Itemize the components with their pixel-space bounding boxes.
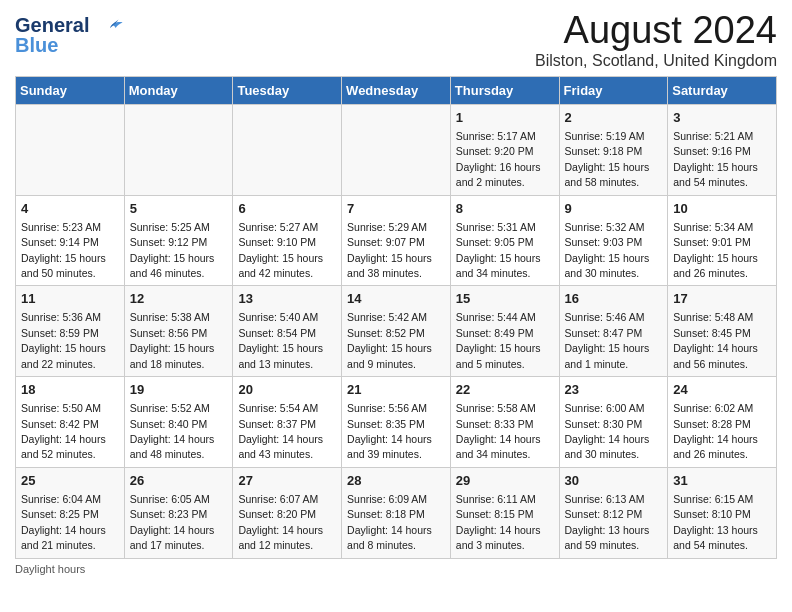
- calendar-cell: 11Sunrise: 5:36 AMSunset: 8:59 PMDayligh…: [16, 286, 125, 377]
- page-header: General Blue August 2024 Bilston, Scotla…: [15, 10, 777, 70]
- header-row: SundayMondayTuesdayWednesdayThursdayFrid…: [16, 76, 777, 104]
- calendar-cell: 20Sunrise: 5:54 AMSunset: 8:37 PMDayligh…: [233, 377, 342, 468]
- calendar-cell: [124, 104, 233, 195]
- calendar-cell: 10Sunrise: 5:34 AMSunset: 9:01 PMDayligh…: [668, 195, 777, 286]
- calendar-cell: 15Sunrise: 5:44 AMSunset: 8:49 PMDayligh…: [450, 286, 559, 377]
- calendar-cell: 16Sunrise: 5:46 AMSunset: 8:47 PMDayligh…: [559, 286, 668, 377]
- calendar-cell: 7Sunrise: 5:29 AMSunset: 9:07 PMDaylight…: [342, 195, 451, 286]
- day-info: Sunrise: 6:04 AMSunset: 8:25 PMDaylight:…: [21, 493, 106, 551]
- calendar-cell: 26Sunrise: 6:05 AMSunset: 8:23 PMDayligh…: [124, 467, 233, 558]
- day-info: Sunrise: 5:29 AMSunset: 9:07 PMDaylight:…: [347, 221, 432, 279]
- day-number: 20: [238, 381, 336, 399]
- day-info: Sunrise: 5:38 AMSunset: 8:56 PMDaylight:…: [130, 311, 215, 369]
- day-number: 27: [238, 472, 336, 490]
- day-number: 28: [347, 472, 445, 490]
- day-number: 4: [21, 200, 119, 218]
- calendar-cell: 24Sunrise: 6:02 AMSunset: 8:28 PMDayligh…: [668, 377, 777, 468]
- day-info: Sunrise: 6:11 AMSunset: 8:15 PMDaylight:…: [456, 493, 541, 551]
- calendar-cell: 25Sunrise: 6:04 AMSunset: 8:25 PMDayligh…: [16, 467, 125, 558]
- title-block: August 2024 Bilston, Scotland, United Ki…: [535, 10, 777, 70]
- weekday-header-friday: Friday: [559, 76, 668, 104]
- calendar-cell: 3Sunrise: 5:21 AMSunset: 9:16 PMDaylight…: [668, 104, 777, 195]
- weekday-header-wednesday: Wednesday: [342, 76, 451, 104]
- day-number: 25: [21, 472, 119, 490]
- calendar-week-4: 18Sunrise: 5:50 AMSunset: 8:42 PMDayligh…: [16, 377, 777, 468]
- footer-note: Daylight hours: [15, 563, 777, 575]
- day-number: 10: [673, 200, 771, 218]
- calendar-cell: 14Sunrise: 5:42 AMSunset: 8:52 PMDayligh…: [342, 286, 451, 377]
- day-number: 26: [130, 472, 228, 490]
- calendar-cell: 30Sunrise: 6:13 AMSunset: 8:12 PMDayligh…: [559, 467, 668, 558]
- calendar-cell: 1Sunrise: 5:17 AMSunset: 9:20 PMDaylight…: [450, 104, 559, 195]
- weekday-header-saturday: Saturday: [668, 76, 777, 104]
- calendar-week-2: 4Sunrise: 5:23 AMSunset: 9:14 PMDaylight…: [16, 195, 777, 286]
- day-number: 1: [456, 109, 554, 127]
- day-info: Sunrise: 5:52 AMSunset: 8:40 PMDaylight:…: [130, 402, 215, 460]
- day-number: 14: [347, 290, 445, 308]
- day-info: Sunrise: 5:34 AMSunset: 9:01 PMDaylight:…: [673, 221, 758, 279]
- day-number: 13: [238, 290, 336, 308]
- day-number: 3: [673, 109, 771, 127]
- day-number: 12: [130, 290, 228, 308]
- day-info: Sunrise: 5:23 AMSunset: 9:14 PMDaylight:…: [21, 221, 106, 279]
- day-number: 29: [456, 472, 554, 490]
- day-number: 16: [565, 290, 663, 308]
- day-info: Sunrise: 6:09 AMSunset: 8:18 PMDaylight:…: [347, 493, 432, 551]
- weekday-header-monday: Monday: [124, 76, 233, 104]
- calendar-cell: 18Sunrise: 5:50 AMSunset: 8:42 PMDayligh…: [16, 377, 125, 468]
- calendar-cell: 6Sunrise: 5:27 AMSunset: 9:10 PMDaylight…: [233, 195, 342, 286]
- day-info: Sunrise: 5:31 AMSunset: 9:05 PMDaylight:…: [456, 221, 541, 279]
- day-info: Sunrise: 5:42 AMSunset: 8:52 PMDaylight:…: [347, 311, 432, 369]
- day-info: Sunrise: 5:46 AMSunset: 8:47 PMDaylight:…: [565, 311, 650, 369]
- day-info: Sunrise: 5:58 AMSunset: 8:33 PMDaylight:…: [456, 402, 541, 460]
- day-info: Sunrise: 6:15 AMSunset: 8:10 PMDaylight:…: [673, 493, 758, 551]
- day-number: 21: [347, 381, 445, 399]
- day-info: Sunrise: 5:44 AMSunset: 8:49 PMDaylight:…: [456, 311, 541, 369]
- day-number: 22: [456, 381, 554, 399]
- calendar-cell: 13Sunrise: 5:40 AMSunset: 8:54 PMDayligh…: [233, 286, 342, 377]
- day-number: 15: [456, 290, 554, 308]
- day-info: Sunrise: 5:48 AMSunset: 8:45 PMDaylight:…: [673, 311, 758, 369]
- day-info: Sunrise: 5:54 AMSunset: 8:37 PMDaylight:…: [238, 402, 323, 460]
- calendar-week-5: 25Sunrise: 6:04 AMSunset: 8:25 PMDayligh…: [16, 467, 777, 558]
- day-number: 5: [130, 200, 228, 218]
- day-info: Sunrise: 5:32 AMSunset: 9:03 PMDaylight:…: [565, 221, 650, 279]
- day-number: 24: [673, 381, 771, 399]
- day-info: Sunrise: 5:27 AMSunset: 9:10 PMDaylight:…: [238, 221, 323, 279]
- day-info: Sunrise: 5:40 AMSunset: 8:54 PMDaylight:…: [238, 311, 323, 369]
- calendar-cell: [233, 104, 342, 195]
- day-number: 11: [21, 290, 119, 308]
- calendar-cell: 17Sunrise: 5:48 AMSunset: 8:45 PMDayligh…: [668, 286, 777, 377]
- day-info: Sunrise: 5:56 AMSunset: 8:35 PMDaylight:…: [347, 402, 432, 460]
- weekday-header-sunday: Sunday: [16, 76, 125, 104]
- calendar-cell: 8Sunrise: 5:31 AMSunset: 9:05 PMDaylight…: [450, 195, 559, 286]
- day-number: 7: [347, 200, 445, 218]
- logo-bird-icon: [96, 18, 124, 38]
- day-number: 30: [565, 472, 663, 490]
- calendar-cell: 21Sunrise: 5:56 AMSunset: 8:35 PMDayligh…: [342, 377, 451, 468]
- calendar-cell: 5Sunrise: 5:25 AMSunset: 9:12 PMDaylight…: [124, 195, 233, 286]
- calendar-week-1: 1Sunrise: 5:17 AMSunset: 9:20 PMDaylight…: [16, 104, 777, 195]
- calendar-cell: 2Sunrise: 5:19 AMSunset: 9:18 PMDaylight…: [559, 104, 668, 195]
- day-info: Sunrise: 6:07 AMSunset: 8:20 PMDaylight:…: [238, 493, 323, 551]
- day-info: Sunrise: 6:13 AMSunset: 8:12 PMDaylight:…: [565, 493, 650, 551]
- calendar-cell: 4Sunrise: 5:23 AMSunset: 9:14 PMDaylight…: [16, 195, 125, 286]
- month-title: August 2024: [535, 10, 777, 52]
- calendar-cell: 31Sunrise: 6:15 AMSunset: 8:10 PMDayligh…: [668, 467, 777, 558]
- day-info: Sunrise: 6:05 AMSunset: 8:23 PMDaylight:…: [130, 493, 215, 551]
- calendar-cell: 28Sunrise: 6:09 AMSunset: 8:18 PMDayligh…: [342, 467, 451, 558]
- calendar-cell: 22Sunrise: 5:58 AMSunset: 8:33 PMDayligh…: [450, 377, 559, 468]
- day-info: Sunrise: 5:17 AMSunset: 9:20 PMDaylight:…: [456, 130, 541, 188]
- day-info: Sunrise: 6:00 AMSunset: 8:30 PMDaylight:…: [565, 402, 650, 460]
- calendar-cell: 29Sunrise: 6:11 AMSunset: 8:15 PMDayligh…: [450, 467, 559, 558]
- calendar-week-3: 11Sunrise: 5:36 AMSunset: 8:59 PMDayligh…: [16, 286, 777, 377]
- calendar-cell: 27Sunrise: 6:07 AMSunset: 8:20 PMDayligh…: [233, 467, 342, 558]
- day-number: 2: [565, 109, 663, 127]
- day-number: 8: [456, 200, 554, 218]
- day-info: Sunrise: 6:02 AMSunset: 8:28 PMDaylight:…: [673, 402, 758, 460]
- day-number: 19: [130, 381, 228, 399]
- day-number: 31: [673, 472, 771, 490]
- calendar-cell: [342, 104, 451, 195]
- day-number: 9: [565, 200, 663, 218]
- calendar-cell: [16, 104, 125, 195]
